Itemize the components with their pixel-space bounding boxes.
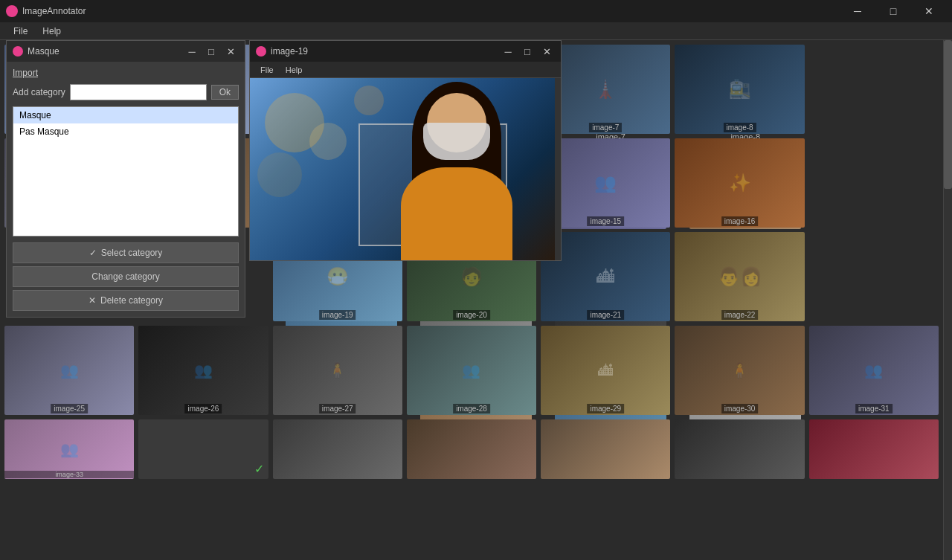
add-category-input[interactable] [70, 84, 207, 100]
image29-thumb: 🏙 [541, 326, 670, 415]
image28-thumb: 👥 [407, 326, 536, 415]
image19-menu-help[interactable]: Help [280, 64, 309, 76]
label-image16b: image-16 [721, 216, 759, 226]
image8-thumb: 🚉 [675, 45, 804, 134]
grid-image8[interactable]: 🚉 image-8 [675, 45, 804, 134]
image31-thumb: 👥 [809, 326, 939, 415]
ok-button[interactable]: Ok [211, 85, 239, 100]
grid-r5c5[interactable] [541, 419, 670, 479]
image27-thumb: 🧍 [273, 326, 402, 415]
label-image20: image-20 [453, 310, 490, 320]
menu-file[interactable]: File [6, 25, 35, 38]
app-title: ImageAnnotator [22, 6, 86, 16]
label-image22: image-22 [721, 310, 759, 320]
change-category-button[interactable]: Change category [13, 266, 239, 287]
image19-photo-area[interactable]: Masque [250, 78, 561, 260]
masque-minimize-button[interactable]: ─ [184, 43, 200, 59]
masque-title-bar: Masque ─ □ ✕ [7, 41, 245, 62]
bokeh-3 [354, 86, 384, 115]
grid-image16[interactable]: ✨ image-16 [675, 138, 804, 228]
grid-r3c7 [809, 232, 939, 321]
panel-title-left: Masque [13, 46, 60, 57]
image19-title-left: image-19 [256, 46, 308, 57]
r5c1-content: 👥 [4, 419, 134, 479]
grid-image22[interactable]: 👨‍👩 image-22 [675, 232, 804, 321]
image19-title: image-19 [271, 46, 308, 57]
grid-r1c7 [809, 45, 939, 134]
image19-maximize-button[interactable]: □ [519, 43, 536, 59]
masque-panel-icon [13, 46, 23, 57]
label-image21: image-21 [587, 310, 624, 320]
app-title-bar: ImageAnnotator ─ □ ✕ [0, 0, 952, 22]
masque-maximize-button[interactable]: □ [203, 43, 219, 59]
image22-thumb: 👨‍👩 [675, 232, 804, 321]
image19-minimize-button[interactable]: ─ [500, 43, 516, 59]
image16-thumb: ✨ [675, 138, 804, 228]
image19-icon [256, 46, 266, 57]
masque-panel: Masque ─ □ ✕ Import Add category Ok Masq… [6, 40, 245, 318]
grid-image31[interactable]: 👥 image-31 [809, 326, 939, 415]
image19-controls: ─ □ ✕ [500, 43, 555, 59]
delete-icon: ✕ [89, 295, 96, 306]
close-button[interactable]: ✕ [912, 0, 946, 22]
r4c1-content: 👥 [4, 326, 134, 415]
grid-image28[interactable]: 👥 image-28 [407, 326, 536, 415]
image19-menu-file[interactable]: File [254, 64, 280, 76]
menu-help[interactable]: Help [35, 25, 68, 38]
masque-panel-controls: ─ □ ✕ [184, 43, 239, 59]
label-image28: image-28 [453, 404, 490, 413]
label-image7b: image-7 [589, 123, 622, 132]
delete-category-button[interactable]: ✕ Delete category [13, 290, 239, 311]
grid-r5c1[interactable]: 👥 image-33 [4, 419, 134, 479]
add-category-row: Add category Ok [13, 84, 239, 100]
masque-close-button[interactable]: ✕ [222, 43, 239, 59]
mask [423, 123, 490, 160]
bokeh-2 [309, 123, 347, 160]
action-buttons: ✓ Select category Change category ✕ Dele… [13, 242, 239, 311]
label-image29: image-29 [587, 404, 624, 413]
image30-thumb: 🧍 [675, 326, 804, 415]
checkmark-icon-r5c2: ✓ [254, 462, 264, 476]
import-link[interactable]: Import [13, 68, 239, 78]
grid-r5c4[interactable] [407, 419, 536, 479]
grid-r5c2[interactable]: ✓ [138, 419, 268, 479]
grid-image29[interactable]: 🏙 image-29 [541, 326, 670, 415]
image19-close-button[interactable]: ✕ [538, 43, 555, 59]
label-image8b: image-8 [723, 123, 756, 132]
image19-scrollbar[interactable] [555, 78, 561, 260]
title-bar-left: ImageAnnotator [6, 5, 86, 17]
masque-panel-body: Import Add category Ok Masque Pas Masque… [7, 62, 245, 317]
label-image31: image-31 [855, 404, 892, 413]
label-image25: image-25 [51, 404, 88, 413]
grid-r5c3[interactable] [273, 419, 402, 479]
maximize-button[interactable]: □ [876, 0, 910, 22]
grid-r5c7[interactable] [809, 419, 939, 479]
category-item-masque[interactable]: Masque [13, 107, 238, 123]
select-category-button[interactable]: ✓ Select category [13, 242, 239, 263]
masque-panel-title: Masque [28, 46, 60, 57]
label-image30: image-30 [721, 404, 759, 413]
grid-r4c2[interactable]: 👥 image-26 [138, 326, 268, 415]
grid-image30[interactable]: 🧍 image-30 [675, 326, 804, 415]
image19-menu-bar: File Help [250, 62, 561, 78]
image19-title-bar: image-19 ─ □ ✕ [250, 41, 561, 62]
image19-panel: image-19 ─ □ ✕ File Help [249, 40, 562, 261]
app-icon [6, 5, 18, 17]
category-item-pas-masque[interactable]: Pas Masque [13, 123, 238, 140]
add-category-label: Add category [13, 87, 65, 97]
label-image15b: image-15 [587, 216, 624, 226]
label-image19b: image-19 [319, 310, 356, 320]
label-image27: image-27 [319, 404, 356, 413]
grid-image27[interactable]: 🧍 image-27 [273, 326, 402, 415]
category-list[interactable]: Masque Pas Masque [13, 106, 239, 236]
grid-r5c6[interactable] [675, 419, 804, 479]
r4c2-content: 👥 [138, 326, 268, 415]
grid-r4c1[interactable]: 👥 image-25 [4, 326, 134, 415]
grid-r2c7 [809, 138, 939, 228]
label-image26: image-26 [185, 404, 222, 413]
title-bar-controls: ─ □ ✕ [840, 0, 946, 22]
checkmark-icon: ✓ [89, 248, 97, 258]
bokeh-4 [257, 152, 302, 197]
minimize-button[interactable]: ─ [840, 0, 875, 22]
label-image33: image-33 [4, 471, 134, 478]
